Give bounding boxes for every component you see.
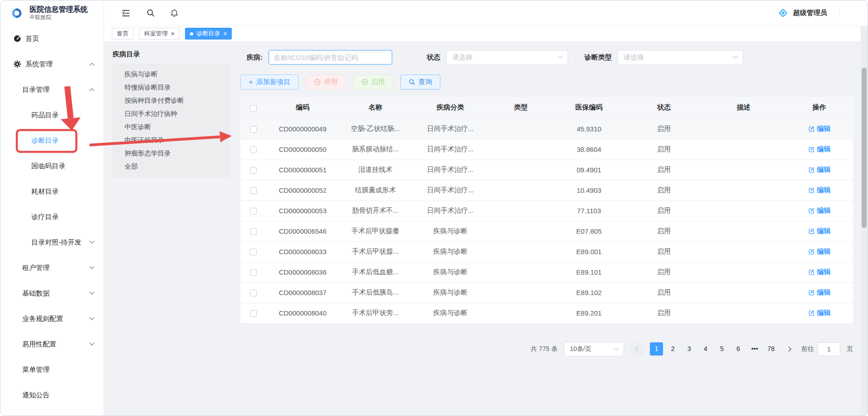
search-icon[interactable] — [145, 8, 156, 19]
table-row[interactable]: CD0000008037手术后低胰岛...疾病与诊断E89.102启用编辑 — [240, 282, 854, 303]
sidebar-item-usability-config[interactable]: 易用性配置 — [0, 331, 104, 357]
cell-status: 启用 — [625, 200, 703, 221]
collapse-sidebar-icon[interactable] — [120, 8, 131, 19]
edit-button[interactable]: 编辑 — [808, 288, 831, 297]
row-checkbox[interactable] — [250, 269, 257, 276]
status-select[interactable]: 请选择 — [446, 50, 568, 65]
query-button[interactable]: 查询 — [400, 75, 440, 90]
goto-page-suffix: 页 — [847, 345, 853, 353]
disease-category-item[interactable]: 肿瘤形态学目录 — [112, 147, 230, 160]
disease-category-item[interactable]: 全部 — [112, 160, 230, 173]
tab-department-management[interactable]: 科室管理 × — [139, 28, 180, 40]
edit-button[interactable]: 编辑 — [808, 268, 831, 276]
table-row[interactable]: CD0000000050肠系膜动脉结...日间手术治疗...38.8604启用编… — [240, 139, 854, 160]
page-number[interactable]: 5 — [715, 342, 728, 356]
disease-category-item[interactable]: 特慢病诊断目录 — [112, 81, 230, 94]
cell-status: 启用 — [625, 180, 703, 200]
sidebar-item-tenant-management[interactable]: 租户管理 — [0, 255, 104, 281]
chevron-down-icon — [89, 290, 94, 295]
edit-button[interactable]: 编辑 — [808, 227, 831, 236]
table-row[interactable]: CD0000008036手术后低血糖...疾病与诊断E89.101启用编辑 — [240, 262, 854, 282]
row-checkbox[interactable] — [250, 126, 257, 133]
tab-home[interactable]: 首页 — [112, 28, 134, 40]
sidebar-item-treatment-catalog[interactable]: 诊疗目录 — [0, 204, 104, 230]
edit-button[interactable]: 编辑 — [808, 186, 831, 195]
tab-close-icon[interactable]: × — [171, 30, 175, 37]
disable-button[interactable]: 停用 — [306, 75, 346, 90]
edit-icon — [808, 187, 815, 194]
disease-category-item[interactable]: 日间手术治疗病种 — [112, 107, 230, 120]
page-number-active[interactable]: 1 — [650, 342, 663, 356]
page-ellipsis[interactable]: ••• — [748, 342, 761, 356]
scrollbar-thumb[interactable] — [862, 68, 867, 228]
tab-diagnosis-catalog[interactable]: 诊断目录 × — [185, 28, 232, 40]
page-number[interactable]: 4 — [699, 342, 712, 356]
hospital-logo-icon — [9, 5, 25, 21]
row-checkbox[interactable] — [250, 146, 257, 153]
edit-button[interactable]: 编辑 — [808, 145, 831, 154]
disease-search-input[interactable] — [269, 50, 392, 65]
edit-button[interactable]: 编辑 — [808, 247, 831, 256]
table-row[interactable]: CD0000000053肋骨切开术不...日间手术治疗...77.1103启用编… — [240, 200, 854, 221]
sidebar-item-catalog-mapping[interactable]: 目录对照-待开发 — [0, 230, 104, 255]
bell-icon[interactable] — [169, 8, 180, 19]
row-checkbox[interactable] — [250, 167, 257, 174]
table-row[interactable]: CD0000008033手术后甲状腺...疾病与诊断E89.001启用编辑 — [240, 241, 854, 262]
sidebar-item-home[interactable]: 首页 — [0, 26, 104, 51]
sidebar-item-menu-management[interactable]: 菜单管理 — [0, 357, 104, 382]
page-number[interactable]: 2 — [666, 342, 679, 356]
row-checkbox[interactable] — [250, 228, 257, 235]
goto-page-input[interactable] — [818, 342, 840, 356]
sidebar-item-business-rules[interactable]: 业务规则配置 — [0, 306, 104, 331]
sidebar-item-drug-catalog[interactable]: 药品目录 — [0, 102, 104, 128]
disease-category-item[interactable]: 疾病与诊断 — [112, 68, 230, 81]
sidebar-item-consumables-catalog[interactable]: 耗材目录 — [0, 179, 104, 204]
sidebar-item-basic-data[interactable]: 基础数据 — [0, 281, 104, 306]
edit-icon — [808, 310, 815, 316]
row-checkbox[interactable] — [250, 249, 257, 256]
medical-cross-avatar-icon[interactable] — [778, 8, 788, 19]
page-size-select[interactable]: 10条/页 — [564, 342, 624, 356]
edit-button[interactable]: 编辑 — [808, 309, 831, 317]
enable-button[interactable]: 启用 — [353, 75, 393, 90]
disease-category-item[interactable]: 中医诊断 — [112, 120, 230, 134]
tab-close-icon[interactable]: × — [223, 30, 227, 37]
disease-category-item[interactable]: 按病种目录付费诊断 — [112, 94, 230, 107]
disease-category-item[interactable]: 中医证候目录 — [112, 134, 230, 147]
row-checkbox[interactable] — [250, 290, 257, 296]
add-new-item-button[interactable]: + 添加新项目 — [240, 75, 299, 90]
diagnosis-type-select[interactable]: 请选择 — [618, 50, 743, 65]
next-page-button[interactable] — [784, 342, 795, 356]
edit-button[interactable]: 编辑 — [808, 125, 831, 133]
cell-insurance-code: 45.9310 — [553, 119, 625, 139]
select-all-checkbox[interactable] — [250, 105, 257, 112]
table-row[interactable]: CD0000008040手术后甲状旁...疾病与诊断E89.201启用编辑 — [240, 303, 854, 323]
sidebar-item-catalog-management[interactable]: 目录管理 — [0, 77, 104, 102]
page-number[interactable]: 78 — [764, 342, 778, 356]
page-number[interactable]: 6 — [732, 342, 745, 356]
edit-label: 编辑 — [817, 125, 831, 133]
table-row[interactable]: CD0000006546手术后甲状腺瘘疾病与诊断E07.805启用编辑 — [240, 221, 854, 241]
sidebar-item-diagnosis-catalog[interactable]: 诊断目录 — [0, 128, 104, 153]
row-checkbox[interactable] — [250, 208, 257, 215]
sidebar-item-system-management[interactable]: 系统管理 — [0, 51, 104, 77]
page-number[interactable]: 3 — [683, 342, 696, 356]
cell-insurance-code: 10.4903 — [553, 180, 625, 200]
current-user-name[interactable]: 超级管理员 — [793, 9, 827, 17]
row-checkbox[interactable] — [250, 187, 257, 194]
row-checkbox[interactable] — [250, 310, 257, 317]
table-body: CD0000000049空肠-乙状结肠...日间手术治疗...45.9310启用… — [240, 119, 854, 323]
prev-page-button[interactable] — [630, 342, 644, 356]
edit-button[interactable]: 编辑 — [808, 165, 831, 174]
cell-name: 结膜囊成形术 — [339, 180, 412, 200]
sidebar-menu: 首页 系统管理 目录管理 药品目录 诊断目录 国临码目录 — [0, 26, 104, 416]
table-row[interactable]: CD0000000049空肠-乙状结肠...日间手术治疗...45.9310启用… — [240, 119, 854, 139]
edit-button[interactable]: 编辑 — [808, 206, 831, 215]
edit-label: 编辑 — [817, 145, 831, 154]
table-row[interactable]: CD0000000051泪道挂线术日间手术治疗...09.4901启用编辑 — [240, 160, 854, 180]
sidebar-item-notice[interactable]: 通知公告 — [0, 382, 104, 408]
sidebar-item-national-code-catalog[interactable]: 国临码目录 — [0, 153, 104, 179]
table-row[interactable]: CD0000000052结膜囊成形术日间手术治疗...10.4903启用编辑 — [240, 180, 854, 200]
cell-status: 启用 — [625, 262, 703, 282]
cell-insurance-code: E89.101 — [553, 262, 625, 282]
